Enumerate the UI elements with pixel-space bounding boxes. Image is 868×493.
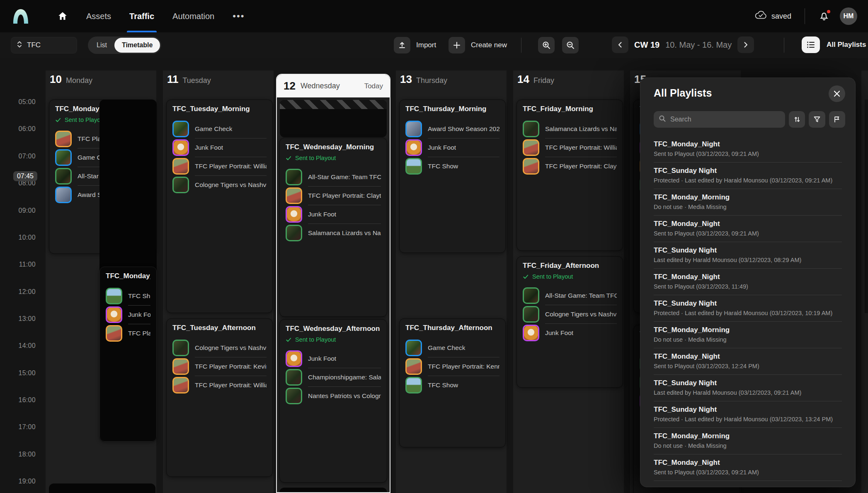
panel-playlist-item[interactable]: TFC_Sunday Night Protected · Last edited… — [654, 295, 842, 322]
panel-playlist-item[interactable]: TFC_Monday_Morning Do not use · Media Mi… — [654, 428, 842, 454]
time-label: 06:00 — [18, 125, 36, 133]
search-icon — [659, 115, 666, 124]
playlist-item[interactable]: Junk Foot — [405, 138, 499, 157]
all-playlists-toggle[interactable]: All Playlists — [802, 36, 866, 53]
panel-playlist-item[interactable]: TFC_Sunday Night Protected · Last edited… — [654, 163, 842, 189]
playlist-item[interactable]: TFC Player Portrait: Clayton Anderson — [286, 187, 381, 205]
panel-playlist-item[interactable]: TFC_Sunday Night Protected · Last edited… — [654, 401, 842, 428]
playlist-item[interactable]: Game Check — [172, 120, 267, 138]
playlist-item-label: Salamanca Lizards vs Nantes Patriots — [545, 125, 617, 133]
search-input[interactable] — [670, 116, 780, 123]
portrait-thumbnail-icon — [106, 325, 122, 342]
zoom-in-button[interactable] — [538, 37, 555, 53]
playlist-item[interactable]: TFC Show — [106, 287, 150, 305]
playlist-item[interactable]: Nantes Patriots vs Cologne Tigers — [286, 387, 381, 405]
wednesday-night-card-peek[interactable] — [279, 488, 387, 493]
panel-playlist-item[interactable]: TFC_Sunday Night Last edited by Harald M… — [654, 375, 842, 401]
close-icon[interactable] — [829, 85, 845, 102]
notifications-bell-icon[interactable] — [818, 10, 831, 22]
panel-playlist-subtitle: Protected · Last edited by Harald Mounso… — [654, 177, 842, 184]
view-option-timetable[interactable]: Timetable — [114, 38, 160, 53]
playlist-item-label: TFC Player Portrait: Clayton Anderson — [545, 163, 617, 170]
card-item-list: All-Star Game: Team TFC vs TeamCologne T… — [523, 287, 617, 342]
panel-playlist-item[interactable]: TFC_Monday_Night Sent to Playout (03/12/… — [654, 216, 842, 242]
playlist-item[interactable]: Junk Foot — [286, 350, 381, 368]
playlist-card-monday-afternoon[interactable]: TFC_Monday_AfTFC ShowJunk FootTFC Player… — [99, 267, 157, 442]
playlist-card-thursday-morning[interactable]: TFC_Thursday_MorningAward Show Season 20… — [399, 100, 506, 253]
playlist-item[interactable]: Cologne Tigers vs Nashville United — [172, 176, 267, 194]
panel-playlist-item[interactable]: TFC_Monday_Morning Do not use · Media Mi… — [654, 322, 842, 348]
avatar[interactable]: HM — [840, 7, 857, 25]
tab-automation[interactable]: Automation — [172, 0, 214, 32]
playlist-item[interactable]: Game Check — [405, 339, 499, 357]
home-icon[interactable] — [57, 0, 68, 32]
playlist-item[interactable]: TFC Player Portrait: William Ready — [172, 376, 267, 394]
flag-icon[interactable] — [829, 111, 845, 128]
channel-select[interactable]: TFC — [11, 37, 77, 53]
playlist-item[interactable]: TFC Player Portrait: Clayton Anderson — [523, 157, 617, 175]
playlist-card-tuesday-afternoon[interactable]: TFC_Tuesday_AfternoonCologne Tigers vs N… — [166, 318, 273, 477]
panel-playlist-item[interactable]: TFC_Sunday Night Last edited by Harald M… — [654, 242, 842, 269]
time-label: 11:00 — [19, 261, 36, 268]
playlist-card-tuesday-morning[interactable]: TFC_Tuesday_MorningGame CheckJunk FootTF… — [166, 100, 273, 313]
playlist-item[interactable]: Junk Foot — [172, 138, 267, 157]
playlist-item[interactable]: Junk Foot — [523, 324, 617, 342]
playlist-item[interactable]: Cologne Tigers vs Nashville United — [523, 305, 617, 323]
more-tabs-icon[interactable]: ••• — [233, 0, 245, 32]
time-label: 19:00 — [18, 478, 36, 485]
playlist-item[interactable]: TFC Player Portrait: William Ready — [523, 138, 617, 157]
sort-icon[interactable] — [789, 111, 805, 128]
playlist-item[interactable]: All-Star Game: Team TFC vs Team — [523, 287, 617, 305]
save-status: saved — [755, 11, 791, 22]
playlist-item[interactable]: Salamanca Lizards vs Nantes Patriots — [523, 120, 617, 138]
playlist-card-friday-afternoon[interactable]: TFC_Friday_AfternoonSent to PlayoutAll-S… — [516, 256, 623, 388]
panel-playlist-title: TFC_Monday_Night — [654, 273, 842, 281]
playlist-item[interactable]: TFC Player Portrait: Kevin Murphy — [172, 357, 267, 376]
playlist-item[interactable]: TFC Show — [405, 157, 499, 175]
playlist-card-wednesday-morning[interactable]: TFC_Wednesday_MorningSent to PlayoutAll-… — [279, 138, 387, 317]
playlist-item[interactable]: Championshipgame: Salamanca Lizards — [286, 368, 381, 386]
panel-playlist-item[interactable]: TFC_Monday_Morning Do not use · Media Mi… — [654, 189, 842, 216]
today-badge: Today — [364, 82, 383, 90]
tab-assets[interactable]: Assets — [86, 0, 111, 32]
day-header-tuesday: 11 Tuesday — [167, 73, 211, 86]
app-logo-icon[interactable] — [12, 7, 30, 25]
tab-traffic[interactable]: Traffic — [129, 0, 154, 32]
playlist-item[interactable]: All-Star Game: Team TFC vs Team — [286, 168, 381, 186]
search-box[interactable] — [654, 111, 785, 128]
playlist-item[interactable]: TFC Player Portrait: William Ready — [172, 157, 267, 175]
filter-icon[interactable] — [809, 111, 825, 128]
panel-playlist-item[interactable]: TFC_Monday_Night Sent to Playout (03/12/… — [654, 136, 842, 163]
panel-playlist-subtitle: Sent to Playout (03/12/2023, 11:49) — [654, 283, 842, 290]
playlist-item[interactable]: TFC Player P — [106, 324, 150, 342]
zoom-out-button[interactable] — [562, 37, 579, 53]
playlist-item[interactable]: Cologne Tigers vs Nashville United — [172, 339, 267, 357]
show-thumbnail-icon — [405, 158, 422, 175]
previous-week-button[interactable] — [612, 36, 628, 53]
playlist-card-wednesday-afternoon[interactable]: TFC_Wednesday_AfternoonSent to PlayoutJu… — [279, 319, 387, 483]
playlist-item[interactable]: Salamanca Lizards vs Nantes Patriots — [286, 224, 381, 242]
monday-night-card-peek[interactable] — [49, 483, 155, 493]
playlist-item[interactable]: Junk Foot — [286, 205, 381, 223]
next-week-button[interactable] — [737, 36, 754, 53]
card-item-list: Game CheckTFC Player Portrait: Kenneth H… — [405, 339, 499, 394]
panel-playlist-item[interactable]: TFC_Monday_Night Sent to Playout (03/12/… — [654, 348, 842, 375]
playlist-item[interactable]: Junk Foot — [106, 306, 150, 324]
food-thumbnail-icon — [523, 325, 539, 341]
panel-playlist-item[interactable]: TFC_Monday_Night Sent to Playout (03/12/… — [654, 454, 842, 481]
playlist-card-thursday-afternoon[interactable]: TFC_Thursday_AfternoonGame CheckTFC Play… — [399, 318, 506, 447]
playlist-item-label: Championshipgame: Salamanca Lizards — [308, 374, 381, 381]
import-button[interactable]: Import — [394, 37, 436, 53]
portrait-thumbnail-icon — [172, 158, 189, 175]
playlist-card-friday-morning[interactable]: TFC_Friday_MorningSalamanca Lizards vs N… — [516, 100, 623, 251]
view-option-list[interactable]: List — [89, 38, 114, 53]
panel-playlist-item[interactable]: TFC_Monday_Night Sent to Playout (03/12/… — [654, 269, 842, 295]
playlist-item[interactable]: TFC Show — [405, 376, 499, 394]
playlist-item-label: TFC Show — [428, 163, 458, 170]
view-toggle: List Timetable — [88, 36, 161, 54]
playlist-item[interactable]: TFC Player Portrait: Kenneth Holcomb — [405, 357, 499, 376]
playlist-item[interactable]: Award Show Season 2021 — [405, 120, 499, 138]
create-new-button[interactable]: Create new — [449, 37, 507, 53]
card-item-list: Junk FootChampionshipgame: Salamanca Liz… — [286, 350, 381, 405]
playlist-item-label: Junk Foot — [308, 355, 336, 362]
